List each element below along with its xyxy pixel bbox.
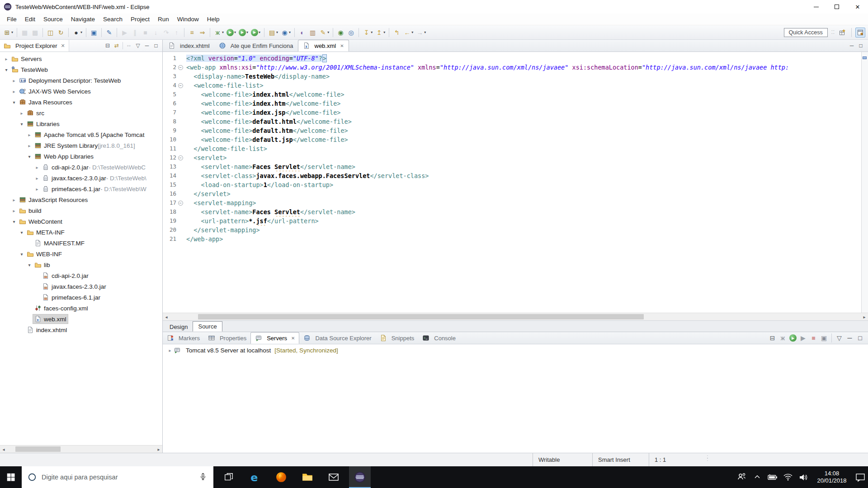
code-line-21[interactable]: 21</web-app> (163, 235, 861, 244)
code-line-9[interactable]: 9 <welcome-file>default.htm</welcome-fil… (163, 126, 861, 135)
tree-item-primefaces-6-1-jar[interactable]: primefaces-6.1.jar (0, 292, 162, 303)
tree-item-faces-config-xml[interactable]: faces-config.xml (0, 303, 162, 314)
dropdown-arrow-icon[interactable]: ▾ (234, 30, 236, 34)
minimize-icon[interactable]: ─ (847, 41, 856, 50)
dropdown-arrow-icon[interactable]: ▾ (246, 30, 248, 34)
web-service-button[interactable]: ◉▾ (280, 27, 292, 38)
browser-button[interactable]: ◉ (336, 27, 345, 38)
collapse-all-button[interactable]: ⊟ (768, 333, 777, 343)
quick-access-box[interactable]: Quick Access (784, 28, 828, 37)
tree-item-java-resources[interactable]: ▾Java Resources (0, 97, 162, 108)
code-line-13[interactable]: 13 <servlet-name>Faces Servlet</servlet-… (163, 162, 861, 171)
user-button[interactable]: ●▾ (71, 27, 83, 38)
minimize-button[interactable] (806, 0, 826, 14)
panel-tab-servers[interactable]: Servers✕ (250, 332, 299, 344)
xml-catalog-button[interactable]: ◐ (297, 27, 307, 38)
explorer-horizontal-scrollbar[interactable]: ◂ ▸ (0, 445, 162, 453)
dropdown-arrow-icon[interactable]: ▾ (276, 30, 278, 34)
code-line-20[interactable]: 20 </servlet-mapping> (163, 225, 861, 235)
save-button[interactable]: ▦ (20, 27, 29, 38)
forward-button[interactable]: →▾ (415, 27, 427, 38)
dropdown-arrow-icon[interactable]: ▾ (80, 30, 82, 34)
new-button[interactable]: ⊞▾ (2, 27, 14, 38)
tree-item-lib[interactable]: ▾lib (0, 259, 162, 270)
tree-expand-icon[interactable]: ▸ (18, 111, 25, 116)
maximize-button[interactable]: □ (855, 333, 865, 343)
tree-item-libraries[interactable]: ▾Libraries (0, 118, 162, 129)
code-line-11[interactable]: 11 </welcome-file-list> (163, 144, 861, 153)
suspend-button[interactable]: ∥ (130, 27, 140, 38)
close-view-icon[interactable]: ✕ (61, 43, 65, 49)
export-jar-button[interactable]: ◫ (46, 27, 55, 38)
close-tab-icon[interactable]: ✕ (291, 336, 295, 341)
tab-design[interactable]: Design (165, 322, 193, 332)
eclipse-taskbar-icon[interactable] (349, 466, 371, 488)
dropdown-arrow-icon[interactable]: ▾ (411, 30, 413, 34)
run-on-server-button[interactable]: ▶▾ (238, 27, 249, 38)
debug-server-button[interactable]: ж (778, 333, 788, 343)
publish-button[interactable]: ▣ (819, 333, 829, 343)
tree-expand-icon[interactable]: ▸ (10, 89, 18, 94)
tree-item-manifest-mf[interactable]: MANIFEST.MF (0, 238, 162, 249)
run-button[interactable]: ▶▾ (226, 27, 237, 38)
collapse-all-icon[interactable]: ⊟ (103, 41, 112, 50)
step-return-button[interactable]: ↑ (172, 27, 181, 38)
external-browser-button[interactable]: ◎ (346, 27, 356, 38)
code-line-7[interactable]: 7 <welcome-file>index.jsp</welcome-file> (163, 108, 861, 117)
tree-item-cdi-api-2-0-jar[interactable]: ▸cdi-api-2.0.jar - D:\TesteWeb\WebC (0, 162, 162, 173)
fold-column[interactable]: − (176, 198, 184, 207)
menu-source[interactable]: Source (39, 14, 67, 24)
refresh-button[interactable]: ↻ (56, 27, 66, 38)
export-button[interactable]: ↥▾ (374, 27, 386, 38)
tree-expand-icon[interactable]: ▸ (10, 208, 18, 213)
mail-icon[interactable] (323, 466, 344, 488)
code-line-16[interactable]: 16 </servlet> (163, 189, 861, 198)
step-into-button[interactable]: ↓ (151, 27, 160, 38)
focus-task-icon[interactable]: ◦◦ (124, 41, 133, 50)
open-perspective-button[interactable] (838, 28, 848, 38)
dropdown-arrow-icon[interactable]: ▾ (327, 30, 329, 34)
tree-item-webcontent[interactable]: ▾WebContent (0, 216, 162, 227)
menu-edit[interactable]: Edit (21, 14, 39, 24)
tree-expand-icon[interactable]: ▸ (33, 187, 41, 192)
tree-expand-icon[interactable]: ▾ (26, 154, 33, 159)
tree-item-javascript-resources[interactable]: ▸JavaScript Resources (0, 194, 162, 205)
tree-item-primefaces-6-1-jar[interactable]: ▸primefaces-6.1.jar - D:\TesteWeb\W (0, 183, 162, 194)
fold-collapse-icon[interactable]: − (178, 155, 183, 160)
code-line-2[interactable]: 2−<web-app xmlns:xsi="http://www.w3.org/… (163, 63, 861, 72)
panel-tab-markers[interactable]: Markers (163, 332, 204, 344)
tree-item-apache-tomcat-v8-5-apache-tomcat[interactable]: ▸Apache Tomcat v8.5 [Apache Tomcat (0, 129, 162, 140)
save-all-button[interactable]: ▩ (30, 27, 40, 38)
menu-navigate[interactable]: Navigate (67, 14, 99, 24)
clipboard-button[interactable]: ▥ (308, 27, 317, 38)
tree-item-web-xml[interactable]: xweb.xml (0, 314, 162, 324)
view-menu-button[interactable]: ▽ (835, 333, 844, 343)
minimize-icon[interactable]: ─ (142, 41, 151, 50)
tree-item-web-app-libraries[interactable]: ▾Web App Libraries (0, 151, 162, 162)
tree-expand-icon[interactable]: ▸ (33, 176, 41, 181)
fold-collapse-icon[interactable]: − (178, 65, 183, 70)
fold-collapse-icon[interactable]: − (178, 201, 183, 206)
menu-search[interactable]: Search (99, 14, 127, 24)
menu-window[interactable]: Window (173, 14, 203, 24)
annotate-button[interactable]: ✎ (104, 27, 114, 38)
view-menu-icon[interactable]: ▽ (133, 41, 142, 50)
panel-tab-data-source-explorer[interactable]: Data Source Explorer (299, 332, 375, 344)
dropdown-arrow-icon[interactable]: ▾ (424, 30, 426, 34)
code-line-5[interactable]: 5 <welcome-file>index.html</welcome-file… (163, 90, 861, 99)
editor-tab-index-xhtml[interactable]: index.xhtml (164, 40, 214, 52)
code-line-15[interactable]: 15 <load-on-startup>1</load-on-startup> (163, 180, 861, 189)
new-server-button[interactable]: ▤▾ (267, 27, 279, 38)
code-line-3[interactable]: 3 <display-name>TesteWeb</display-name> (163, 72, 861, 81)
tree-expand-icon[interactable]: ▾ (18, 252, 25, 257)
start-button[interactable] (0, 466, 22, 488)
menu-help[interactable]: Help (203, 14, 224, 24)
fold-column[interactable]: − (176, 63, 184, 72)
microphone-icon[interactable] (198, 472, 208, 482)
panel-tab-properties[interactable]: Properties (204, 332, 250, 344)
profile-server-button[interactable]: ▶ (798, 333, 808, 343)
tree-expand-icon[interactable]: ▾ (10, 100, 18, 105)
edge-browser-icon[interactable]: e (244, 466, 266, 488)
stop-server-button[interactable]: ■ (809, 333, 818, 343)
scroll-left-icon[interactable]: ◂ (163, 314, 170, 319)
